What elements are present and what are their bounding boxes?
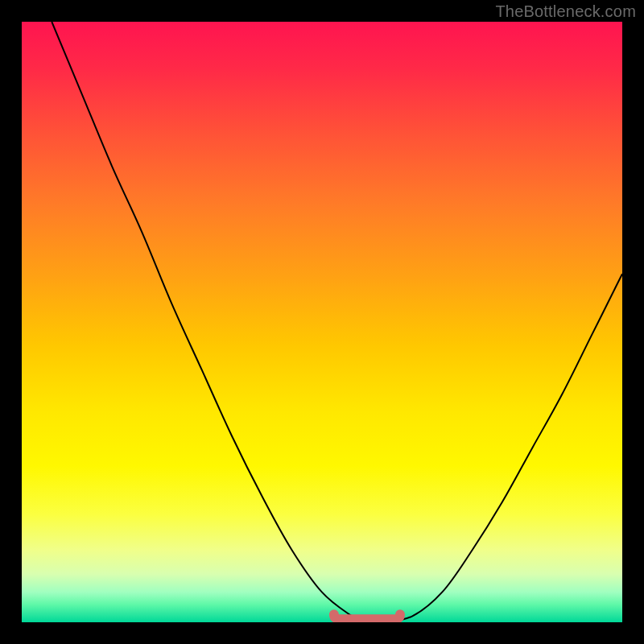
watermark-text: TheBottleneck.com [495, 2, 636, 21]
chart-svg [22, 22, 622, 622]
bottom-marker [334, 614, 400, 619]
chart-curve [52, 22, 622, 622]
